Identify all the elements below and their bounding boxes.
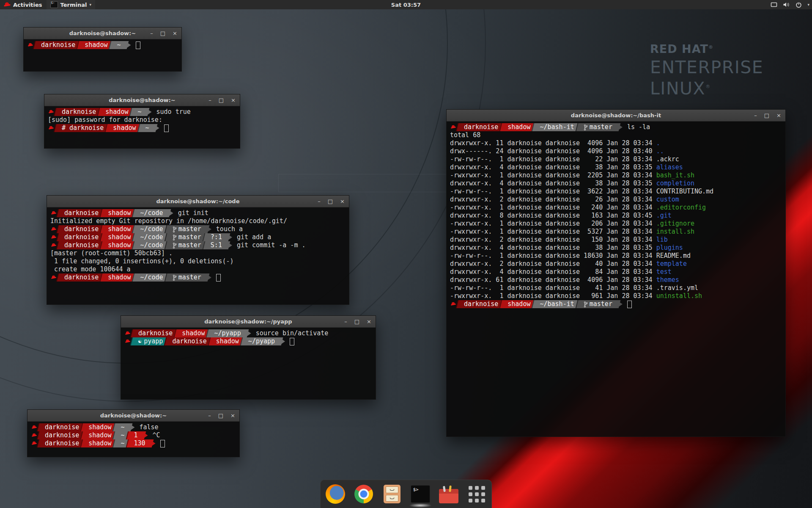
power-icon[interactable] [796, 2, 802, 8]
terminal-body[interactable]: darknoiseshadow~/bash-itmasterls -latota… [447, 121, 785, 310]
terminal-body[interactable]: darknoiseshadow~/codegit initInitialized… [47, 207, 349, 283]
segment-label: ~/bash-it [540, 123, 574, 131]
terminal-window: darknoise@shadow:~/pyapp–□×darknoiseshad… [121, 315, 376, 400]
prompt-segment-git: master [167, 241, 206, 249]
prompt-segment-host: shadow [103, 241, 136, 249]
segment-label: ?:1 [211, 233, 222, 241]
terminal-cursor [290, 338, 294, 345]
dock-item-files[interactable] [382, 484, 402, 504]
file-name: uninstall.sh [656, 292, 702, 300]
terminal-window: darknoise@shadow:~/code–□×darknoiseshado… [47, 195, 349, 305]
maximize-button[interactable]: □ [328, 199, 333, 204]
terminal-cursor [136, 41, 140, 49]
file-row: drwxrwxr-x. 11 darknoise darknoise 4096 … [450, 139, 782, 147]
file-name: .gitignore [656, 220, 694, 228]
fedora-icon [49, 110, 54, 114]
file-cabinet-icon [384, 485, 401, 503]
dock-item-toolbox[interactable] [439, 484, 458, 504]
close-button[interactable]: × [231, 97, 236, 103]
redhat-prompt-icon [50, 243, 57, 248]
terminal-body[interactable]: darknoiseshadow~sudo true[sudo] password… [44, 106, 240, 134]
file-name: custom [656, 196, 679, 204]
terminal-body[interactable]: darknoiseshadow~ [24, 39, 181, 51]
minimize-button[interactable]: – [754, 113, 757, 118]
segment-label: master [590, 123, 612, 131]
window-titlebar[interactable]: darknoise@shadow:~/pyapp–□× [121, 316, 376, 328]
window-titlebar[interactable]: darknoise@shadow:~/code–□× [47, 196, 349, 207]
maximize-button[interactable]: □ [354, 319, 359, 324]
file-name: .ackrc [656, 155, 679, 163]
redhat-prompt-icon [31, 433, 38, 438]
terminal-output-line: [sudo] password for darknoise: [48, 116, 236, 124]
file-row: -rw-rw-r--. 1 darknoise darknoise 41 Jan… [450, 284, 782, 292]
dock-item-app-grid[interactable] [467, 484, 487, 504]
maximize-button[interactable]: □ [219, 97, 224, 103]
terminal-body[interactable]: darknoiseshadow~/pyappsource bin/activat… [121, 328, 376, 347]
dock-item-firefox[interactable] [326, 484, 345, 504]
python-venv-icon: ☯ [138, 337, 141, 345]
prompt-arrow [207, 273, 211, 282]
firefox-icon [326, 484, 345, 504]
prompt-segment-host: shadow [502, 123, 535, 131]
file-name: .git [656, 212, 672, 220]
maximize-button[interactable]: □ [160, 30, 165, 36]
prompt-segment-host: shadow [80, 41, 112, 49]
redhat-prompt-icon [450, 125, 457, 130]
prompt-line: darknoiseshadow~/bash-itmasterls -la [450, 123, 782, 131]
prompt-segment-user: darknoise [36, 41, 80, 49]
clock[interactable]: Sat 03:57 [391, 2, 421, 8]
close-button[interactable]: × [367, 319, 371, 324]
close-button[interactable]: × [340, 199, 345, 204]
minimize-button[interactable]: – [150, 30, 153, 36]
caret-down-icon[interactable]: ▾ [807, 3, 809, 7]
close-button[interactable]: × [776, 113, 781, 118]
window-titlebar[interactable]: darknoise@shadow:~–□× [27, 410, 239, 422]
prompt-arrow [144, 431, 148, 439]
rhel-logo-line1: RED HAT® [650, 42, 763, 55]
segment-label: ~/bash-it [540, 300, 574, 308]
prompt-segment-host: shadow [103, 225, 136, 233]
window-buttons: –□× [318, 196, 345, 207]
display-icon[interactable] [771, 2, 777, 8]
terminal-window: darknoise@shadow:~–□×darknoiseshadow~fal… [27, 409, 240, 457]
volume-icon[interactable] [783, 2, 790, 8]
file-name: bash_it.sh [656, 171, 694, 179]
segment-label: darknoise [138, 329, 173, 337]
file-meta: drwxrwxr-x. 11 darknoise darknoise 4096 … [450, 139, 656, 147]
segment-label: ~ [117, 41, 121, 49]
maximize-button[interactable]: □ [764, 113, 769, 118]
window-titlebar[interactable]: darknoise@shadow:~–□× [44, 94, 240, 106]
terminal-output-line: create mode 100644 a [50, 265, 346, 273]
file-row: -rw-rw-r--. 1 darknoise darknoise 18630 … [450, 252, 782, 260]
window-buttons: –□× [344, 316, 371, 327]
terminal-body[interactable]: darknoiseshadow~falsedarknoiseshadow~1^C… [27, 422, 239, 449]
segment-label: ~/code [140, 273, 163, 282]
dock [320, 480, 492, 508]
minimize-button[interactable]: – [344, 319, 347, 324]
window-titlebar[interactable]: darknoise@shadow:~–□× [24, 28, 181, 39]
close-button[interactable]: × [230, 413, 235, 418]
prompt-line: ☯pyappdarknoiseshadow~/pyapp [124, 337, 372, 345]
redhat-prompt-icon [48, 126, 55, 130]
terminal-output-line: Initialized empty Git repository in /hom… [50, 217, 346, 225]
chrome-icon [354, 485, 373, 503]
file-name: .travis.yml [656, 284, 698, 292]
prompt-line: darknoiseshadow~/codemasterS:1git commit… [50, 241, 346, 249]
window-titlebar[interactable]: darknoise@shadow:~/bash-it–□× [447, 110, 785, 121]
dock-item-chrome[interactable] [354, 484, 373, 504]
prompt-segment-host: shadow [108, 124, 141, 132]
terminal-output-line: 1 file changed, 0 insertions(+), 0 delet… [50, 257, 346, 265]
dock-item-terminal[interactable] [411, 484, 430, 504]
segment-label: shadow [108, 241, 131, 249]
maximize-button[interactable]: □ [218, 413, 223, 418]
prompt-segment-host: shadow [83, 439, 116, 447]
minimize-button[interactable]: – [208, 97, 211, 103]
file-name: aliases [656, 163, 683, 171]
segment-label: ~ [121, 431, 124, 439]
prompt-segment-gstat: ?:1 [206, 233, 227, 241]
minimize-button[interactable]: – [208, 413, 211, 418]
close-button[interactable]: × [173, 30, 177, 36]
minimize-button[interactable]: – [318, 199, 321, 204]
app-menu-terminal[interactable]: Terminal ▾ [47, 0, 95, 9]
activities-button[interactable]: Activities [0, 0, 47, 9]
